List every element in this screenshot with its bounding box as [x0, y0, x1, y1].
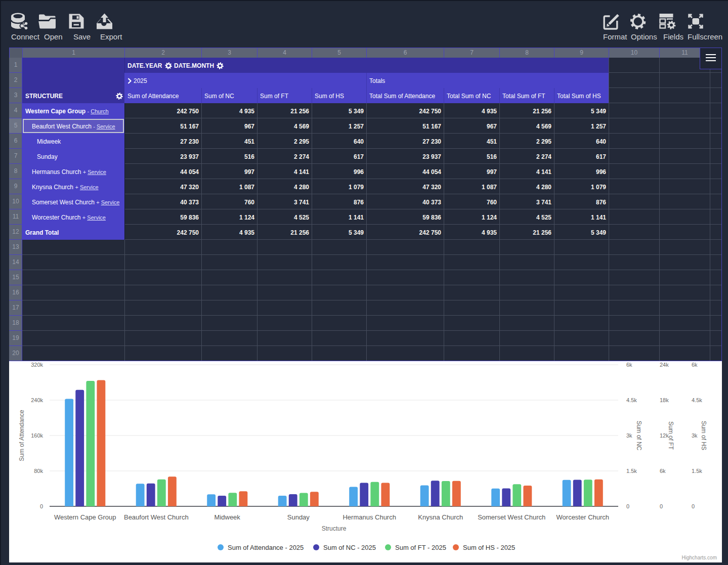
svg-text:0: 0 [660, 503, 663, 509]
svg-text:Worcester Church: Worcester Church [556, 513, 610, 521]
svg-text:0: 0 [626, 503, 629, 509]
svg-text:240k: 240k [31, 397, 43, 403]
svg-text:Sum of Attendance - 2025: Sum of Attendance - 2025 [228, 544, 304, 551]
svg-text:Sum of NC - 2025: Sum of NC - 2025 [323, 544, 376, 551]
svg-text:Sum of NC: Sum of NC [635, 421, 643, 451]
svg-text:Beaufort West Church: Beaufort West Church [124, 513, 189, 521]
svg-text:Somerset West Church: Somerset West Church [478, 513, 545, 521]
svg-text:Sum of Attendance: Sum of Attendance [18, 410, 25, 461]
svg-text:Knysna Church: Knysna Church [418, 513, 463, 521]
svg-text:0: 0 [40, 503, 43, 509]
svg-text:Sunday: Sunday [287, 513, 310, 521]
svg-text:6k: 6k [692, 362, 698, 368]
svg-text:0: 0 [692, 503, 695, 509]
svg-text:4.5k: 4.5k [692, 397, 702, 403]
svg-text:6k: 6k [660, 468, 666, 474]
svg-text:Midweek: Midweek [215, 513, 241, 521]
svg-text:1.5k: 1.5k [692, 468, 702, 474]
svg-text:3k: 3k [626, 432, 632, 439]
svg-text:Structure: Structure [322, 525, 347, 532]
svg-text:1.5k: 1.5k [626, 468, 637, 474]
svg-text:80k: 80k [34, 468, 43, 474]
svg-text:4.5k: 4.5k [626, 397, 637, 403]
svg-text:Sum of HS - 2025: Sum of HS - 2025 [463, 544, 515, 551]
svg-text:3k: 3k [692, 432, 698, 439]
svg-text:Sum of FT: Sum of FT [667, 421, 674, 450]
svg-text:6k: 6k [626, 362, 632, 368]
svg-text:Sum of HS: Sum of HS [700, 421, 707, 450]
svg-text:18k: 18k [660, 397, 669, 403]
svg-text:24k: 24k [660, 362, 669, 368]
svg-text:320k: 320k [31, 362, 43, 368]
svg-text:Western Cape Group: Western Cape Group [54, 513, 116, 521]
svg-text:Sum of FT - 2025: Sum of FT - 2025 [395, 544, 446, 551]
svg-text:Highcharts.com: Highcharts.com [682, 555, 717, 560]
svg-text:Hermanus Church: Hermanus Church [342, 513, 396, 521]
svg-text:160k: 160k [31, 432, 43, 439]
